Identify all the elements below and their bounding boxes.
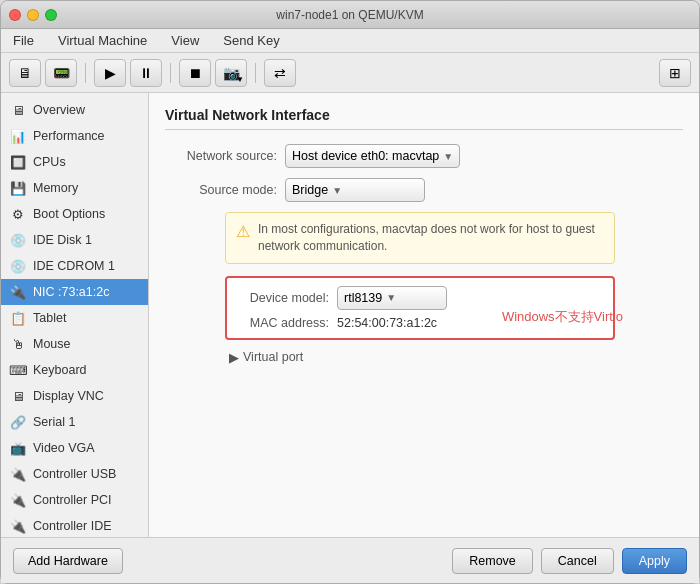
- sidebar-item-label-serial-1: Serial 1: [33, 415, 75, 429]
- mouse-icon: 🖱: [9, 335, 27, 353]
- warning-box: ⚠ In most configurations, macvtap does n…: [225, 212, 615, 264]
- sidebar-item-controller-pci[interactable]: 🔌 Controller PCI: [1, 487, 148, 513]
- sidebar-item-label-nic: NIC :73:a1:2c: [33, 285, 109, 299]
- toolbar-separator-1: [85, 63, 86, 83]
- sidebar-item-ide-disk-1[interactable]: 💿 IDE Disk 1: [1, 227, 148, 253]
- device-box: Device model: rtl8139 ▼ Windows不支持Virtio…: [225, 276, 615, 340]
- sidebar-item-tablet[interactable]: 📋 Tablet: [1, 305, 148, 331]
- network-source-value: Host device eth0: macvtap: [292, 149, 439, 163]
- migrate-button[interactable]: ⇄: [264, 59, 296, 87]
- stop-button[interactable]: ⏹: [179, 59, 211, 87]
- source-mode-arrow-icon: ▼: [332, 185, 342, 196]
- sidebar-item-performance[interactable]: 📊 Performance: [1, 123, 148, 149]
- network-source-arrow-icon: ▼: [443, 151, 453, 162]
- sidebar-item-boot-options[interactable]: ⚙ Boot Options: [1, 201, 148, 227]
- video-vga-icon: 📺: [9, 439, 27, 457]
- virtual-port-chevron-icon: ▶: [229, 350, 239, 365]
- sidebar-item-label-controller-ide: Controller IDE: [33, 519, 112, 533]
- mac-address-label: MAC address:: [237, 316, 337, 330]
- controller-pci-icon: 🔌: [9, 491, 27, 509]
- minimize-button[interactable]: [27, 9, 39, 21]
- ide-disk-icon: 💿: [9, 231, 27, 249]
- run-button[interactable]: ▶: [94, 59, 126, 87]
- network-source-select[interactable]: Host device eth0: macvtap ▼: [285, 144, 460, 168]
- pause-button[interactable]: ⏸: [130, 59, 162, 87]
- apply-button[interactable]: Apply: [622, 548, 687, 574]
- sidebar-item-label-video-vga: Video VGA: [33, 441, 95, 455]
- serial-icon: 🔗: [9, 413, 27, 431]
- sidebar-item-overview[interactable]: 🖥 Overview: [1, 97, 148, 123]
- sidebar-item-ide-cdrom-1[interactable]: 💿 IDE CDROM 1: [1, 253, 148, 279]
- snapshot-button[interactable]: 📷 ▼: [215, 59, 247, 87]
- sidebar-item-label-keyboard: Keyboard: [33, 363, 87, 377]
- sidebar-item-display-vnc[interactable]: 🖥 Display VNC: [1, 383, 148, 409]
- warning-triangle-icon: ⚠: [236, 222, 250, 241]
- sidebar-item-label-tablet: Tablet: [33, 311, 66, 325]
- controller-usb-icon: 🔌: [9, 465, 27, 483]
- device-model-row: Device model: rtl8139 ▼ Windows不支持Virtio: [237, 286, 603, 310]
- bottom-right-buttons: Remove Cancel Apply: [452, 548, 687, 574]
- remove-button[interactable]: Remove: [452, 548, 533, 574]
- toolbar: 🖥 📟 ▶ ⏸ ⏹ 📷 ▼ ⇄ ⊞: [1, 53, 699, 93]
- sidebar: 🖥 Overview 📊 Performance 🔲 CPUs 💾 Memory…: [1, 93, 149, 537]
- sidebar-item-mouse[interactable]: 🖱 Mouse: [1, 331, 148, 357]
- virtio-warning-text: Windows不支持Virtio: [502, 308, 623, 326]
- sidebar-item-label-controller-usb: Controller USB: [33, 467, 116, 481]
- menu-virtual-machine[interactable]: Virtual Machine: [54, 31, 151, 50]
- detail-panel: Virtual Network Interface Network source…: [149, 93, 699, 537]
- sidebar-item-label-overview: Overview: [33, 103, 85, 117]
- sidebar-item-memory[interactable]: 💾 Memory: [1, 175, 148, 201]
- sidebar-item-label-performance: Performance: [33, 129, 105, 143]
- controller-ide-icon: 🔌: [9, 517, 27, 535]
- source-mode-label: Source mode:: [165, 183, 285, 197]
- menu-view[interactable]: View: [167, 31, 203, 50]
- virtual-port-row[interactable]: ▶ Virtual port: [225, 350, 683, 365]
- toolbar-separator-3: [255, 63, 256, 83]
- source-mode-value: Bridge: [292, 183, 328, 197]
- maximize-button[interactable]: [45, 9, 57, 21]
- device-model-value: rtl8139: [344, 291, 382, 305]
- memory-icon: 💾: [9, 179, 27, 197]
- menu-file[interactable]: File: [9, 31, 38, 50]
- menubar: File Virtual Machine View Send Key: [1, 29, 699, 53]
- bottom-bar: Add Hardware Remove Cancel Apply: [1, 537, 699, 583]
- cancel-button[interactable]: Cancel: [541, 548, 614, 574]
- device-model-label: Device model:: [237, 291, 337, 305]
- sidebar-item-label-display-vnc: Display VNC: [33, 389, 104, 403]
- source-mode-control: Bridge ▼: [285, 178, 425, 202]
- ide-cdrom-icon: 💿: [9, 257, 27, 275]
- sidebar-item-label-ide-cdrom-1: IDE CDROM 1: [33, 259, 115, 273]
- sidebar-item-nic[interactable]: 🔌 NIC :73:a1:2c: [1, 279, 148, 305]
- sidebar-item-controller-usb[interactable]: 🔌 Controller USB: [1, 461, 148, 487]
- main-window: win7-node1 on QEMU/KVM File Virtual Mach…: [0, 0, 700, 584]
- performance-icon: 📊: [9, 127, 27, 145]
- sidebar-item-cpus[interactable]: 🔲 CPUs: [1, 149, 148, 175]
- sidebar-item-label-memory: Memory: [33, 181, 78, 195]
- add-hardware-button[interactable]: Add Hardware: [13, 548, 123, 574]
- titlebar: win7-node1 on QEMU/KVM: [1, 1, 699, 29]
- source-mode-select[interactable]: Bridge ▼: [285, 178, 425, 202]
- nic-icon: 🔌: [9, 283, 27, 301]
- toolbar-separator-2: [170, 63, 171, 83]
- section-title: Virtual Network Interface: [165, 107, 683, 130]
- warning-text: In most configurations, macvtap does not…: [258, 221, 604, 255]
- sidebar-item-serial-1[interactable]: 🔗 Serial 1: [1, 409, 148, 435]
- main-content: 🖥 Overview 📊 Performance 🔲 CPUs 💾 Memory…: [1, 93, 699, 537]
- network-source-control: Host device eth0: macvtap ▼: [285, 144, 460, 168]
- monitor-button[interactable]: 🖥: [9, 59, 41, 87]
- cpus-icon: 🔲: [9, 153, 27, 171]
- device-model-select[interactable]: rtl8139 ▼: [337, 286, 447, 310]
- sidebar-item-video-vga[interactable]: 📺 Video VGA: [1, 435, 148, 461]
- overview-icon: 🖥: [9, 101, 27, 119]
- device-model-arrow-icon: ▼: [386, 292, 396, 303]
- close-button[interactable]: [9, 9, 21, 21]
- window-title: win7-node1 on QEMU/KVM: [276, 8, 423, 22]
- console-button[interactable]: 📟: [45, 59, 77, 87]
- sidebar-item-label-ide-disk-1: IDE Disk 1: [33, 233, 92, 247]
- sidebar-item-keyboard[interactable]: ⌨ Keyboard: [1, 357, 148, 383]
- tablet-icon: 📋: [9, 309, 27, 327]
- menu-send-key[interactable]: Send Key: [219, 31, 283, 50]
- source-mode-row: Source mode: Bridge ▼: [165, 178, 683, 202]
- fullscreen-button[interactable]: ⊞: [659, 59, 691, 87]
- sidebar-item-controller-ide[interactable]: 🔌 Controller IDE: [1, 513, 148, 537]
